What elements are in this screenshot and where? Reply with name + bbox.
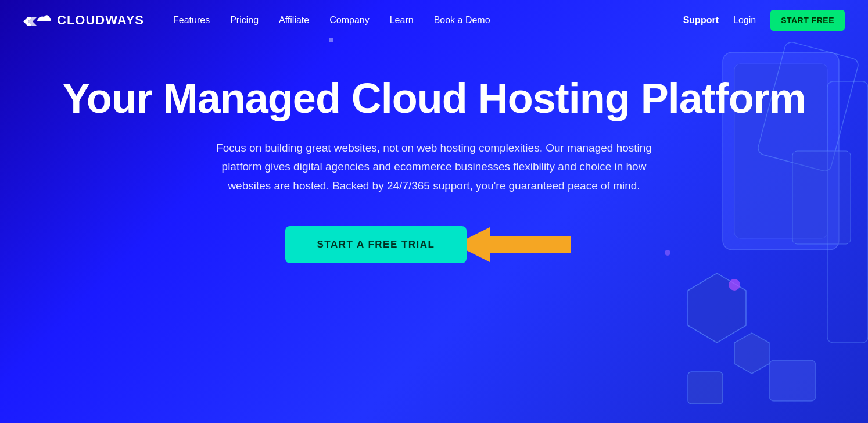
svg-marker-10: [455, 227, 571, 262]
svg-point-8: [729, 279, 740, 291]
nav-start-free-button[interactable]: START FREE: [770, 10, 845, 31]
nav-support[interactable]: Support: [683, 15, 719, 26]
logo-icon: [23, 10, 51, 31]
hero-section: Your Managed Cloud Hosting Platform Focu…: [0, 41, 868, 265]
nav-affiliate[interactable]: Affiliate: [279, 15, 309, 26]
cta-arrow: [455, 224, 583, 265]
nav-links: Features Pricing Affiliate Company Learn…: [173, 15, 683, 26]
logo-area: CLOUDWAYS: [23, 10, 144, 31]
cta-area: START A FREE TRIAL: [12, 224, 856, 265]
navbar: CLOUDWAYS Features Pricing Affiliate Com…: [0, 0, 868, 41]
nav-book-demo[interactable]: Book a Demo: [434, 15, 490, 26]
nav-features[interactable]: Features: [173, 15, 210, 26]
nav-learn[interactable]: Learn: [390, 15, 414, 26]
brand-name: CLOUDWAYS: [57, 13, 144, 28]
svg-rect-9: [688, 372, 723, 404]
nav-right: Support Login START FREE: [683, 10, 845, 31]
hero-subtitle: Focus on building great websites, not on…: [207, 139, 661, 195]
page-wrapper: CLOUDWAYS Features Pricing Affiliate Com…: [0, 0, 868, 423]
svg-rect-5: [769, 360, 816, 401]
nav-login[interactable]: Login: [733, 15, 756, 26]
start-free-trial-button[interactable]: START A FREE TRIAL: [285, 226, 467, 263]
hero-title: Your Managed Cloud Hosting Platform: [12, 76, 856, 121]
nav-company[interactable]: Company: [329, 15, 369, 26]
svg-marker-4: [734, 333, 769, 374]
nav-pricing[interactable]: Pricing: [230, 15, 259, 26]
